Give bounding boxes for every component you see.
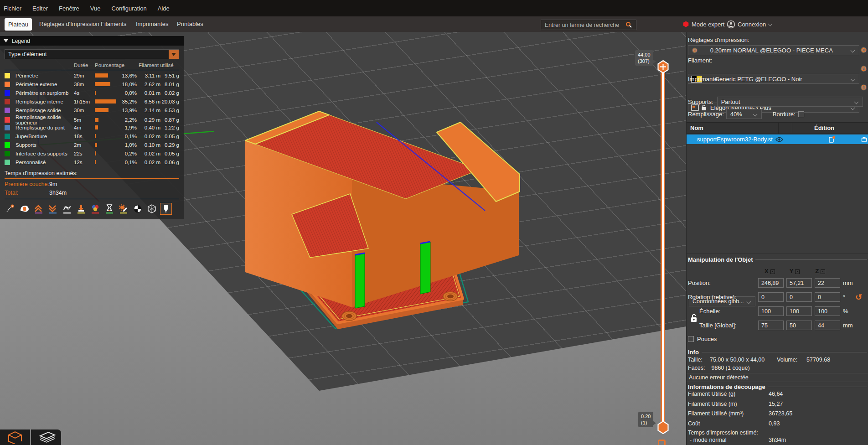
menu-vue[interactable]: Vue — [90, 5, 101, 12]
size-y-field[interactable]: 50 — [786, 321, 812, 330]
seams-icon[interactable] — [61, 203, 73, 215]
menu-fenetre[interactable]: Fenêtre — [59, 5, 79, 12]
menu-editer[interactable]: Editer — [32, 5, 48, 12]
reset-rotation-icon[interactable]: ↺ — [855, 292, 862, 302]
view-type-dropdown[interactable]: Type d'élément — [5, 49, 179, 59]
info-size-label: Taille: — [688, 357, 703, 363]
tab-imprimantes[interactable]: Imprimantes — [136, 21, 169, 27]
edit-gcode-icon[interactable] — [828, 135, 836, 143]
element-pct: 13,6% — [122, 73, 137, 78]
element-weight: 20.03 g — [160, 99, 179, 104]
uniform-scale-lock-icon[interactable] — [690, 314, 698, 323]
dropdown-arrow-button[interactable] — [169, 50, 179, 59]
search-icon[interactable] — [625, 21, 632, 30]
layer-slider-track[interactable] — [661, 67, 665, 427]
element-color-swatch — [5, 134, 10, 139]
shells-icon[interactable] — [132, 203, 144, 215]
mode-expert-selector[interactable]: Mode expert — [683, 16, 730, 32]
print-settings-gear-button[interactable]: ⚙ — [861, 46, 867, 54]
brim-checkbox[interactable] — [798, 111, 804, 117]
rotation-z-field[interactable]: 0 — [815, 292, 840, 302]
travels-icon[interactable] — [5, 203, 16, 215]
retractions-icon[interactable] — [33, 203, 45, 215]
position-z-field[interactable]: 22 — [815, 278, 840, 288]
position-y-field[interactable]: 57,21 — [786, 278, 812, 288]
scale-y-field[interactable]: 100 — [786, 306, 812, 316]
element-label: Jupe/Bordure — [16, 134, 74, 139]
legend-header[interactable]: Legend — [0, 36, 184, 46]
printer-gear-button[interactable]: ⚙ — [861, 83, 867, 92]
scale-x-field[interactable]: 100 — [758, 306, 784, 316]
expert-mode-icon — [683, 21, 689, 27]
element-label: Remplissage solide supérieur — [16, 114, 74, 125]
object-row[interactable]: supportEspwroom32-Body.st — [687, 135, 868, 144]
axis-x-icon[interactable] — [770, 269, 775, 274]
infill-dropdown[interactable]: 40% — [726, 109, 762, 119]
legend-row: Périmètre en surplomb4s0,0%0.01 m0.02 g — [5, 88, 179, 97]
scale-z-field[interactable]: 100 — [815, 306, 840, 316]
wipe-icon[interactable] — [19, 203, 31, 215]
tab-printables[interactable]: Printables — [177, 21, 203, 27]
rotation-x-field[interactable]: 0 — [758, 292, 784, 302]
tab-filaments[interactable]: Filaments — [101, 21, 126, 27]
tool-changes-icon[interactable] — [75, 203, 87, 215]
pause-prints-icon[interactable] — [103, 203, 115, 215]
percentage-bar — [95, 82, 110, 86]
user-icon — [727, 20, 735, 29]
layers-view-icon — [36, 430, 57, 444]
legend-toggle-icon[interactable] — [160, 203, 172, 215]
custom-gcode-icon[interactable] — [118, 203, 129, 215]
legend-row: Remplissage du pont4m1,9%0.40 m1.22 g — [5, 123, 179, 132]
position-x-field[interactable]: 246,89 — [758, 278, 784, 288]
element-duration: 4m — [74, 125, 95, 130]
name-header: Nom — [690, 124, 703, 131]
tab-reglages-impression[interactable]: Réglages d'Impression — [39, 21, 99, 27]
infill-brim-row: Remplissage: 40% Bordure: — [687, 109, 868, 119]
search-input[interactable] — [541, 20, 636, 30]
element-pct: 13,9% — [122, 108, 137, 113]
legend-row: Interface des supports22s0,2%0.02 m0.05 … — [5, 149, 179, 158]
slicing-label: Filament Utilisé (g) — [688, 391, 735, 397]
print-settings-dropdown[interactable]: ⚙ 0.20mm NORMAL @ELEGOO - PIECE MECA — [688, 45, 859, 55]
position-row: Position: 246,89 57,21 22 mm — [687, 279, 868, 286]
chevron-down-icon — [753, 112, 757, 117]
rotation-y-field[interactable]: 0 — [786, 292, 812, 302]
color-changes-icon[interactable] — [89, 203, 101, 215]
percentage-bar — [95, 108, 108, 112]
menu-aide[interactable]: Aide — [158, 5, 170, 12]
axis-z-icon[interactable] — [821, 269, 825, 274]
size-label: Taille [Global]: — [699, 322, 737, 329]
info-faces-row: Faces: 9860 (1 coque) — [687, 365, 868, 371]
info-faces-label: Faces: — [688, 365, 705, 371]
connexion-menu[interactable]: Connexion — [727, 16, 772, 32]
size-x-field[interactable]: 75 — [758, 321, 784, 330]
first-layer-value: 9m — [49, 181, 57, 187]
layer-slider-bottom-handle[interactable] — [657, 421, 669, 434]
supports-dropdown[interactable]: Partout — [717, 97, 863, 107]
rotation-label: Rotation (relative): — [688, 294, 736, 300]
filament-gear-button[interactable]: ⚙ — [861, 65, 867, 73]
menu-configuration[interactable]: Configuration — [111, 5, 146, 12]
3d-editor-view-button[interactable] — [0, 429, 30, 445]
percentage-bar — [95, 160, 96, 164]
layer-slider-top-handle[interactable] — [657, 60, 669, 73]
element-weight: 9.51 g — [160, 73, 179, 78]
element-weight: 8.01 g — [160, 82, 179, 87]
rotation-unit: ° — [843, 294, 845, 300]
printable-toggle-icon[interactable] — [861, 136, 867, 142]
deretractions-icon[interactable] — [47, 203, 59, 215]
size-z-field[interactable]: 44 — [815, 321, 840, 330]
slider-bottom-tooltip: 0.20(1) — [638, 412, 653, 427]
infill-label: Remplissage: — [688, 111, 724, 118]
tool-marker-icon[interactable] — [146, 203, 158, 215]
axis-y-icon[interactable] — [795, 269, 800, 274]
tab-plateau[interactable]: Plateau — [5, 18, 32, 31]
eye-icon[interactable] — [775, 137, 783, 142]
preview-view-button[interactable] — [31, 429, 61, 445]
menu-fichier[interactable]: Fichier — [4, 5, 21, 12]
connexion-label: Connexion — [738, 21, 766, 28]
element-length: 3.11 m — [139, 73, 160, 78]
inches-checkbox[interactable] — [688, 336, 694, 342]
legend-row: Remplissage interne1h15m35,2%6.56 m20.03… — [5, 97, 179, 106]
3d-viewport[interactable]: Legend Type d'élément Durée Pourcentage … — [0, 32, 686, 445]
